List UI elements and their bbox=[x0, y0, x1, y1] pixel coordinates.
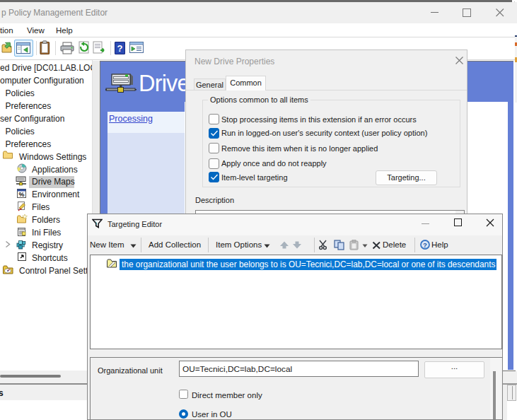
svg-text:?: ? bbox=[423, 241, 427, 249]
svg-text:%: % bbox=[18, 191, 24, 198]
